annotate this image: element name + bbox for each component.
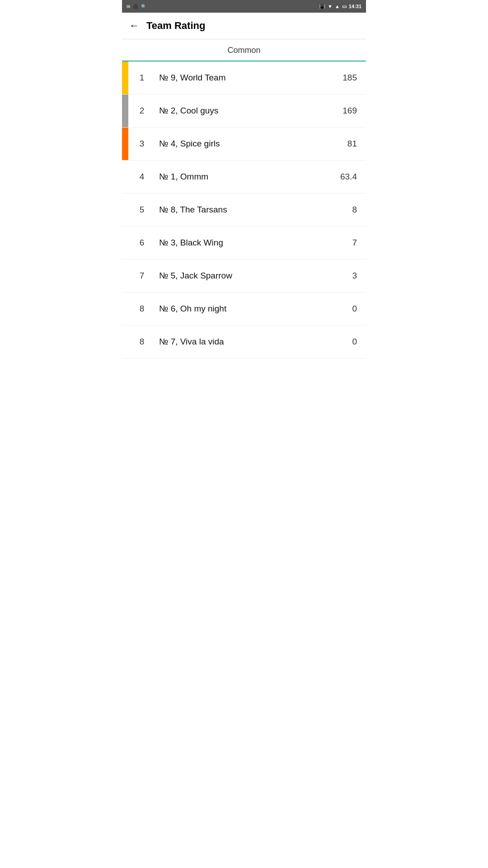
team-score: 81 (334, 139, 366, 149)
team-name: № 3, Black Wing (155, 238, 334, 248)
list-item: 8№ 6, Oh my night0 (122, 292, 366, 326)
team-score: 63.4 (334, 172, 366, 182)
team-name: № 9, World Team (155, 73, 334, 83)
status-bar-left: ✉ ⬛ 🔍 (127, 4, 146, 9)
list-item: 5№ 8, The Tarsans8 (122, 193, 366, 226)
rank-number: 4 (128, 172, 155, 182)
list-item: 7№ 5, Jack Sparrow3 (122, 259, 366, 292)
team-score: 169 (334, 106, 366, 116)
battery-icon: ▭ (342, 4, 347, 9)
team-score: 0 (334, 304, 366, 314)
status-bar-right: 📳 ▼ ▲ ▭ 14:31 (319, 4, 361, 9)
list-item: 3№ 4, Spice girls81 (122, 127, 366, 160)
status-bar: ✉ ⬛ 🔍 📳 ▼ ▲ ▭ 14:31 (122, 0, 366, 13)
team-score: 3 (334, 271, 366, 281)
rank-color-indicator (122, 292, 128, 325)
rank-color-indicator (122, 160, 128, 193)
team-name: № 8, The Tarsans (155, 205, 334, 215)
rank-color-indicator (122, 61, 128, 94)
team-name: № 4, Spice girls (155, 139, 334, 149)
header: ← Team Rating (122, 13, 366, 39)
list-item: 2№ 2, Cool guys169 (122, 94, 366, 127)
vibrate-icon: 📳 (319, 4, 325, 9)
team-name: № 2, Cool guys (155, 106, 334, 116)
page-title: Team Rating (146, 20, 205, 32)
team-name: № 1, Ommm (155, 172, 334, 182)
team-score: 7 (334, 238, 366, 248)
rank-color-indicator (122, 94, 128, 127)
back-button[interactable]: ← (129, 21, 139, 31)
team-score: 8 (334, 205, 366, 215)
list-item: 6№ 3, Black Wing7 (122, 226, 366, 259)
search-icon: 🔍 (141, 4, 146, 9)
list-item: 8№ 7, Viva la vida0 (122, 326, 366, 359)
section-tab-bar: Common (122, 39, 366, 61)
team-score: 0 (334, 337, 366, 347)
mail-icon: ✉ (127, 4, 130, 9)
rank-color-indicator (122, 326, 128, 358)
signal-icon: ▲ (335, 4, 340, 9)
rank-number: 1 (128, 73, 155, 83)
wifi-icon: ▼ (328, 4, 333, 9)
rank-color-indicator (122, 259, 128, 292)
rank-color-indicator (122, 193, 128, 226)
team-name: № 6, Oh my night (155, 304, 334, 314)
list-item: 1№ 9, World Team185 (122, 61, 366, 94)
rank-number: 7 (128, 271, 155, 281)
rank-number: 2 (128, 106, 155, 116)
rank-color-indicator (122, 226, 128, 259)
image-icon: ⬛ (133, 4, 138, 9)
rank-color-indicator (122, 127, 128, 160)
rank-number: 3 (128, 139, 155, 149)
team-name: № 5, Jack Sparrow (155, 271, 334, 281)
team-score: 185 (334, 73, 366, 83)
team-name: № 7, Viva la vida (155, 337, 334, 347)
rank-number: 8 (128, 304, 155, 314)
ranking-list: 1№ 9, World Team1852№ 2, Cool guys1693№ … (122, 61, 366, 359)
rank-number: 8 (128, 337, 155, 347)
common-tab[interactable]: Common (227, 46, 260, 61)
list-item: 4№ 1, Ommm63.4 (122, 160, 366, 193)
rank-number: 5 (128, 205, 155, 215)
rank-number: 6 (128, 238, 155, 248)
time-display: 14:31 (349, 4, 361, 9)
